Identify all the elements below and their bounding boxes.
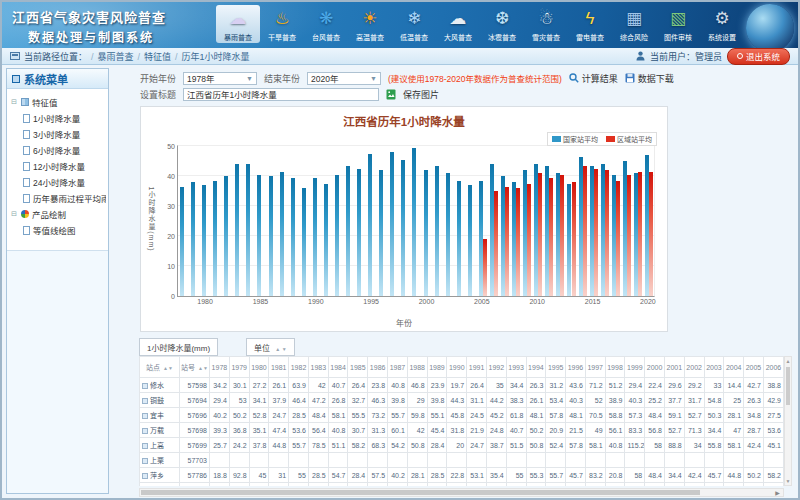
toolbar-item-9[interactable]: ϟ雷电普查 <box>568 5 612 43</box>
sidebar-title: 系统菜单 <box>7 69 108 89</box>
value-cell: 37.1 <box>269 483 289 487</box>
toolbar-item-3[interactable]: ❋台风普查 <box>304 5 348 43</box>
logout-button[interactable]: 退出系统 <box>727 48 790 65</box>
value-cell: 53.1 <box>467 468 487 483</box>
scroll-down-icon[interactable]: ▼ <box>785 477 791 485</box>
value-cell: 50.2 <box>526 423 546 438</box>
toolbar-item-8[interactable]: ☃雪灾普查 <box>524 5 568 43</box>
value-cell: 45.4 <box>427 423 447 438</box>
expander-icon[interactable]: ⊟ <box>10 210 18 218</box>
value-cell: 68.3 <box>368 438 388 453</box>
value-cell: 92.8 <box>229 468 249 483</box>
legend-swatch-icon <box>552 136 561 142</box>
bar-regional <box>505 187 509 297</box>
toolbar-item-10[interactable]: ▦综合风险 <box>612 5 656 43</box>
value-cell: 34.4 <box>704 423 724 438</box>
chart-plot-area: 0102030405019801985199019952000200520102… <box>177 145 655 297</box>
vertical-scroll-thumb[interactable] <box>786 367 790 405</box>
drought-icon: ♨ <box>267 7 297 31</box>
toolbar-item-2[interactable]: ♨干旱普查 <box>260 5 304 43</box>
value-cell: 34 <box>684 438 704 453</box>
value-cell: 31.2 <box>546 378 566 393</box>
tree-item[interactable]: 24小时降水量 <box>9 174 106 190</box>
table-row: 莲花5778822.636.236.937.146.541.923.430.23… <box>140 483 784 487</box>
toolbar-item-4[interactable]: ☀高温普查 <box>348 5 392 43</box>
value-cell: 42.4 <box>744 438 764 453</box>
unit-box: 1小时降水量(mm) <box>139 338 218 356</box>
tree-item[interactable]: 12小时降水量 <box>9 158 106 174</box>
unit-sort-control[interactable]: 单位 ▲ ▼ <box>246 338 295 356</box>
toolbar-item-6[interactable]: ☁大风普查 <box>436 5 480 43</box>
value-cell <box>664 453 684 468</box>
value-cell: 50.3 <box>704 408 724 423</box>
document-icon <box>23 162 30 171</box>
station-id: 57698 <box>180 423 210 438</box>
sort-station[interactable]: 站点▲▼ <box>140 357 180 378</box>
tree-group-1[interactable]: ⊟特征值 <box>9 94 106 110</box>
download-button[interactable]: 数据下载 <box>625 72 674 85</box>
breadcrumb-item[interactable]: 暴雨普查 <box>98 52 134 62</box>
table-controls: 1小时降水量(mm) 单位 ▲ ▼ <box>139 338 295 356</box>
value-cell <box>427 453 447 468</box>
calculate-button[interactable]: 计算结果 <box>569 72 618 85</box>
year-column-header: 1998 <box>605 357 625 378</box>
bar-national <box>302 188 306 296</box>
bar-national <box>346 166 350 297</box>
bar-national <box>457 181 461 297</box>
value-cell: 59.8 <box>407 408 427 423</box>
tree-item[interactable]: 6小时降水量 <box>9 142 106 158</box>
end-year-select[interactable]: 2020年▼ <box>307 72 381 85</box>
bar-national <box>379 170 383 296</box>
value-cell: 42.9 <box>763 393 783 408</box>
value-cell: 55.7 <box>388 408 408 423</box>
bar-national <box>468 185 472 296</box>
tree-item[interactable]: 历年暴雨过程平均雨量 <box>9 190 106 206</box>
tree-item[interactable]: 1小时降水量 <box>9 110 106 126</box>
value-cell: 49 <box>585 423 605 438</box>
value-cell: 34.1 <box>249 393 269 408</box>
year-column-header: 2000 <box>645 357 665 378</box>
start-year-select[interactable]: 1978年▼ <box>183 72 257 85</box>
value-cell: 61.8 <box>506 408 526 423</box>
value-cell: 42 <box>407 423 427 438</box>
x-tick-label: 2020 <box>640 298 656 305</box>
x-tick-label: 1990 <box>308 298 324 305</box>
horizontal-scrollbar[interactable]: ▶ <box>139 488 784 497</box>
toolbar-item-11[interactable]: ▧图件审核 <box>656 5 700 43</box>
tree-item[interactable]: 3小时降水量 <box>9 126 106 142</box>
value-cell: 22.4 <box>645 378 665 393</box>
expander-icon[interactable]: ⊟ <box>10 98 18 106</box>
chevron-down-icon: ▼ <box>370 75 377 82</box>
tree-group-label: 产品绘制 <box>32 208 66 220</box>
value-cell: 57.8 <box>546 408 566 423</box>
toolbar-item-7[interactable]: ❆冰雹普查 <box>480 5 524 43</box>
chart-title-input[interactable] <box>183 88 379 101</box>
value-cell: 31.8 <box>447 423 467 438</box>
toolbar-item-12[interactable]: ⚙系统设置 <box>700 5 744 43</box>
value-cell: 36.2 <box>229 483 249 487</box>
vertical-scrollbar[interactable]: ▲ ▼ <box>784 356 792 486</box>
station-id: 57786 <box>180 468 210 483</box>
sidebar-filler <box>7 250 108 493</box>
value-cell: 20.9 <box>546 423 566 438</box>
value-cell: 55 <box>506 468 526 483</box>
scroll-right-icon[interactable]: ▶ <box>773 489 782 496</box>
horizontal-scroll-thumb[interactable] <box>141 490 700 495</box>
breadcrumb-item[interactable]: 历年1小时降水量 <box>182 52 250 62</box>
scroll-up-icon[interactable]: ▲ <box>785 357 791 365</box>
tree-item[interactable]: 等值线绘图 <box>9 222 106 238</box>
toolbar-item-1[interactable]: ☁暴雨普查 <box>216 5 260 43</box>
sort-id[interactable]: 站号▲▼ <box>180 357 210 378</box>
toolbar-item-label: 雪灾普查 <box>532 32 560 42</box>
table-row: 萍乡5778618.892.845315528.554.728.457.540.… <box>140 468 784 483</box>
breadcrumb-item[interactable]: 特征值 <box>144 52 171 62</box>
value-cell: 54.7 <box>328 468 348 483</box>
tree-group-2[interactable]: ⊟产品绘制 <box>9 206 106 222</box>
value-cell: 31.1 <box>467 393 487 408</box>
toolbar-item-5[interactable]: ❄低温普查 <box>392 5 436 43</box>
grid-icon <box>21 98 29 106</box>
save-image-button[interactable]: 保存图片 <box>403 88 439 101</box>
app-title-line2: 数据处理与制图系统 <box>12 28 166 45</box>
station-id: 57703 <box>180 453 210 468</box>
value-cell <box>348 453 368 468</box>
